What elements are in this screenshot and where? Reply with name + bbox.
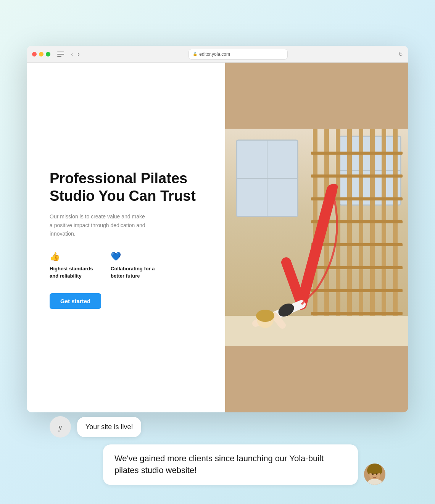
heart-icon: 💙 — [111, 252, 156, 262]
user-avatar — [364, 464, 385, 485]
reload-button[interactable]: ↻ — [398, 51, 403, 57]
svg-rect-23 — [311, 266, 403, 269]
outgoing-message: We've gained more clients since launchin… — [103, 444, 385, 485]
back-button[interactable]: ‹ — [69, 50, 74, 58]
hero-title: Professional Pilates Studio You Can Trus… — [50, 170, 206, 205]
incoming-bubble: Your site is live! — [77, 417, 141, 437]
nav-arrows: ‹ › — [69, 50, 81, 58]
feature-item-standards: 👍 Highest standards and reliability — [50, 252, 95, 279]
incoming-message: y Your site is live! — [50, 416, 179, 438]
hero-image — [225, 63, 408, 412]
sidebar-toggle-button[interactable] — [57, 52, 64, 57]
traffic-light-red[interactable] — [32, 52, 37, 57]
forward-button[interactable]: › — [76, 50, 81, 58]
user-avatar-image — [364, 464, 385, 485]
thumbsup-icon: 👍 — [50, 252, 95, 262]
feature-item-collaborating: 💙 Collaborating for a better future — [111, 252, 156, 279]
address-bar[interactable]: 🔒 editor.yola.com — [188, 49, 288, 60]
outgoing-message-text: We've gained more clients since launchin… — [114, 454, 324, 475]
svg-point-39 — [368, 464, 382, 474]
svg-rect-26 — [225, 316, 408, 346]
yola-avatar-letter: y — [58, 422, 63, 432]
outgoing-bubble: We've gained more clients since launchin… — [103, 444, 358, 485]
traffic-light-yellow[interactable] — [39, 52, 44, 57]
svg-rect-18 — [311, 152, 403, 155]
browser-window: ‹ › 🔒 editor.yola.com ↻ Professional Pil… — [27, 46, 408, 412]
get-started-button[interactable]: Get started — [50, 293, 101, 309]
traffic-lights — [32, 52, 50, 57]
hero-right-panel — [225, 63, 408, 412]
url-text: editor.yola.com — [199, 52, 230, 57]
hero-subtitle: Our mission is to create value and make … — [50, 212, 149, 238]
features-row: 👍 Highest standards and reliability 💙 Co… — [50, 252, 206, 279]
svg-rect-25 — [311, 312, 403, 315]
svg-rect-22 — [311, 243, 403, 246]
svg-point-40 — [372, 473, 374, 475]
svg-point-34 — [256, 310, 274, 322]
yola-avatar: y — [50, 416, 71, 438]
lock-icon: 🔒 — [193, 52, 197, 56]
svg-rect-19 — [311, 174, 403, 178]
incoming-message-text: Your site is live! — [85, 423, 133, 431]
hero-left-panel: Professional Pilates Studio You Can Trus… — [27, 63, 225, 412]
browser-toolbar: ‹ › 🔒 editor.yola.com ↻ — [27, 46, 408, 63]
feature-label-collaborating: Collaborating for a better future — [111, 265, 156, 279]
feature-label-standards: Highest standards and reliability — [50, 265, 95, 279]
traffic-light-green[interactable] — [46, 52, 50, 57]
svg-rect-24 — [311, 289, 403, 292]
svg-point-41 — [376, 473, 377, 475]
address-bar-wrap: 🔒 editor.yola.com — [100, 49, 376, 60]
website-content: Professional Pilates Studio You Can Trus… — [27, 63, 408, 412]
chat-section: y Your site is live! We've gained more c… — [27, 397, 408, 504]
